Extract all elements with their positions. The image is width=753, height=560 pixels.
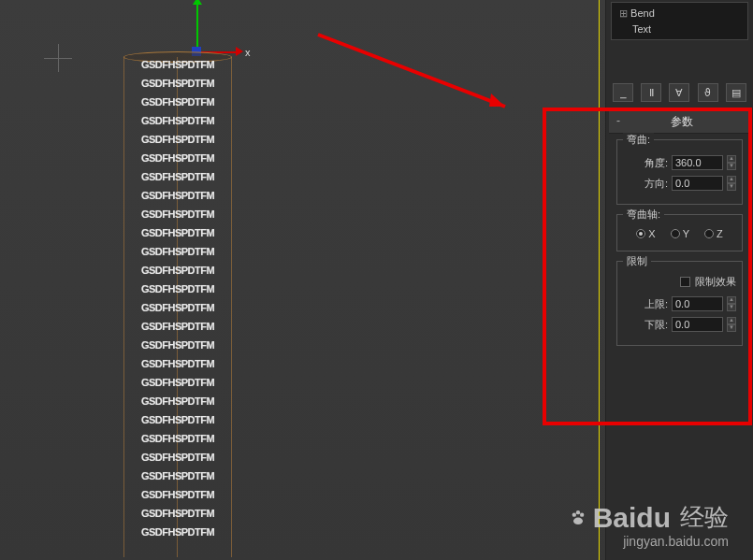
- bend-group: 弯曲: 角度: 360.0 ▲ ▼ 方向: 0.0 ▲ ▼: [616, 139, 743, 205]
- text-ring: GSDFHSPDTFM: [122, 96, 234, 115]
- pin-stack-icon[interactable]: ⎯: [613, 83, 633, 102]
- svg-point-5: [573, 517, 583, 524]
- rollout-header-parameters[interactable]: 参数: [609, 110, 750, 134]
- paw-icon: [569, 509, 587, 527]
- text-ring: GSDFHSPDTFM: [122, 470, 234, 489]
- modifier-text[interactable]: Text: [615, 22, 744, 36]
- text-ring: GSDFHSPDTFM: [122, 283, 234, 302]
- angle-input[interactable]: 360.0: [672, 155, 723, 170]
- text-ring: GSDFHSPDTFM: [122, 190, 234, 208]
- direction-label: 方向:: [644, 177, 668, 191]
- text-ring: GSDFHSPDTFM: [122, 246, 234, 265]
- watermark-brand: Baidu: [593, 502, 671, 534]
- text-ring: GSDFHSPDTFM: [122, 152, 234, 171]
- axis-y-radio[interactable]: Y: [671, 228, 689, 239]
- gizmo-y-axis[interactable]: [196, 0, 198, 51]
- text-ring: GSDFHSPDTFM: [122, 171, 234, 190]
- modifier-bend[interactable]: Bend: [615, 6, 744, 22]
- text-ring: GSDFHSPDTFM: [122, 433, 234, 452]
- show-end-result-icon[interactable]: Ⅱ: [641, 83, 661, 102]
- configure-sets-icon[interactable]: ▤: [726, 83, 746, 102]
- radio-label: X: [648, 228, 655, 239]
- axis-x-radio[interactable]: X: [636, 228, 655, 239]
- watermark-url: jingyan.baidu.com: [569, 534, 729, 549]
- watermark: Baidu 经验 jingyan.baidu.com: [569, 501, 729, 549]
- rollout-title: 参数: [671, 115, 693, 128]
- angle-label: 角度:: [644, 156, 668, 170]
- svg-point-4: [580, 512, 584, 516]
- radio-label: Z: [717, 228, 723, 239]
- selection-bracket: [599, 0, 600, 560]
- svg-line-0: [318, 35, 505, 107]
- group-title-bend: 弯曲:: [623, 133, 654, 147]
- radio-label: Y: [683, 228, 689, 239]
- text-cylinder-object[interactable]: GSDFHSPDTFM GSDFHSPDTFM GSDFHSPDTFM GSDF…: [122, 51, 234, 556]
- limit-effect-checkbox[interactable]: [680, 277, 690, 287]
- text-ring: GSDFHSPDTFM: [122, 452, 234, 470]
- text-ring: GSDFHSPDTFM: [122, 414, 234, 433]
- modifier-toolbar: ⎯ Ⅱ ∀ ϑ ▤: [606, 78, 753, 108]
- rollout-body: 弯曲: 角度: 360.0 ▲ ▼ 方向: 0.0 ▲ ▼ 弯曲轴:: [609, 134, 750, 361]
- axis-z-radio[interactable]: Z: [704, 228, 723, 239]
- upper-limit-input[interactable]: 0.0: [672, 296, 723, 311]
- lower-limit-input[interactable]: 0.0: [672, 317, 723, 332]
- modifier-label: Bend: [630, 7, 655, 19]
- limit-effect-label: 限制效果: [695, 275, 736, 289]
- remove-modifier-icon[interactable]: ϑ: [698, 83, 718, 102]
- direction-spinner-up[interactable]: ▲: [727, 176, 736, 183]
- svg-point-3: [575, 510, 579, 514]
- text-ring: GSDFHSPDTFM: [122, 227, 234, 246]
- modifier-label: Text: [632, 23, 651, 35]
- text-ring: GSDFHSPDTFM: [122, 78, 234, 96]
- text-ring: GSDFHSPDTFM: [122, 265, 234, 283]
- group-title-limit: 限制: [623, 254, 651, 268]
- lower-limit-label: 下限:: [644, 318, 668, 332]
- text-ring: GSDFHSPDTFM: [122, 377, 234, 395]
- angle-spinner-up[interactable]: ▲: [727, 155, 736, 163]
- radio-icon: [671, 229, 680, 238]
- upper-limit-label: 上限:: [644, 297, 668, 311]
- lower-spinner-up[interactable]: ▲: [727, 317, 736, 324]
- lower-spinner-down[interactable]: ▼: [727, 324, 736, 332]
- text-ring: GSDFHSPDTFM: [122, 59, 234, 78]
- radio-icon: [636, 229, 645, 238]
- modifier-stack[interactable]: Bend Text: [611, 2, 748, 40]
- axis-group: 弯曲轴: X Y Z: [616, 214, 743, 251]
- radio-icon: [704, 229, 714, 238]
- svg-marker-1: [489, 93, 505, 107]
- text-ring: GSDFHSPDTFM: [122, 208, 234, 227]
- viewport-3d[interactable]: x GSDFHSPDTFM GSDFHSPDTFM GSDFHSPDTFM GS…: [0, 0, 605, 560]
- annotation-arrow: [313, 30, 538, 133]
- text-ring: GSDFHSPDTFM: [122, 395, 234, 414]
- text-ring: GSDFHSPDTFM: [122, 489, 234, 508]
- text-ring: GSDFHSPDTFM: [122, 321, 234, 339]
- text-ring: GSDFHSPDTFM: [122, 508, 234, 526]
- text-ring: GSDFHSPDTFM: [122, 358, 234, 377]
- direction-input[interactable]: 0.0: [672, 176, 723, 191]
- command-panel: Bend Text ⎯ Ⅱ ∀ ϑ ▤ 参数 弯曲: 角度: 360.0 ▲ ▼: [605, 0, 753, 560]
- watermark-product: 经验: [680, 501, 729, 534]
- limit-group: 限制 限制效果 上限: 0.0 ▲ ▼ 下限: 0.0 ▲ ▼: [616, 261, 743, 346]
- text-ring: GSDFHSPDTFM: [122, 134, 234, 152]
- text-ring: GSDFHSPDTFM: [122, 339, 234, 358]
- gizmo-x-label: x: [245, 47, 251, 58]
- svg-point-2: [572, 512, 575, 516]
- text-ring: GSDFHSPDTFM: [122, 526, 234, 545]
- upper-spinner-up[interactable]: ▲: [727, 296, 736, 304]
- direction-spinner-down[interactable]: ▼: [727, 183, 736, 191]
- upper-spinner-down[interactable]: ▼: [727, 304, 736, 311]
- group-title-axis: 弯曲轴:: [623, 208, 664, 222]
- angle-spinner-down[interactable]: ▼: [727, 163, 736, 170]
- text-ring: GSDFHSPDTFM: [122, 115, 234, 134]
- make-unique-icon[interactable]: ∀: [669, 83, 689, 102]
- text-ring: GSDFHSPDTFM: [122, 302, 234, 321]
